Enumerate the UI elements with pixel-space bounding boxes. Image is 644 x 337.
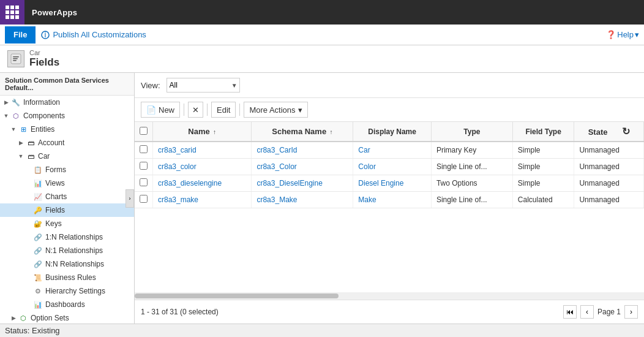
sidebar-item-label: Fields: [45, 206, 65, 214]
sidebar-item-label: Components: [23, 112, 65, 120]
edit-button[interactable]: Edit: [211, 102, 236, 118]
action-bar: 📄 New ✕ Edit More Actions ▾: [135, 98, 644, 122]
sidebar-item-charts[interactable]: ▶ 📈 Charts: [0, 190, 134, 203]
sidebar-scroll[interactable]: ▶ 🔧 Information ▼ ⬡ Components ▼ ⊞ Entit…: [0, 96, 134, 324]
main-content: Solution Common Data Services Default...…: [0, 73, 644, 324]
sidebar-item-label: Account: [38, 138, 64, 147]
col-name[interactable]: Name ↑: [153, 122, 252, 142]
cell-name[interactable]: cr8a3_carid: [153, 142, 252, 159]
row-checkbox[interactable]: [140, 195, 148, 203]
sidebar-item-label: Hierarchy Settings: [45, 287, 105, 295]
rel-1n-icon: 🔗: [33, 232, 43, 242]
sidebar-item-account[interactable]: ▶ 🗃 Account: [0, 136, 134, 150]
sidebar-item-rel-nn[interactable]: ▶ 🔗 N:N Relationships: [0, 257, 134, 271]
entities-icon: ⊞: [18, 124, 28, 134]
sidebar-item-label: Entities: [31, 125, 54, 134]
col-schema-name[interactable]: Schema Name ↑: [252, 122, 353, 142]
sidebar-item-label: Keys: [45, 219, 62, 228]
help-button[interactable]: ❓ Help ▾: [606, 30, 639, 39]
cell-schema-name[interactable]: cr8a3_Color: [252, 159, 353, 175]
delete-button[interactable]: ✕: [188, 102, 203, 118]
status-text: Status: Existing: [5, 326, 60, 335]
account-icon: 🗃: [26, 138, 36, 148]
sidebar-item-label: Forms: [45, 165, 66, 174]
page-title: Fields: [29, 56, 59, 69]
cell-state: Unmanaged: [574, 142, 644, 159]
view-select-wrap: All Custom Customizable Managed Unmanage…: [167, 78, 240, 93]
car-icon: 🗃: [26, 151, 36, 161]
publish-button[interactable]: i Publish All Customizations: [40, 30, 146, 40]
sidebar-item-business-rules[interactable]: ▶ 📜 Business Rules: [0, 271, 134, 284]
sidebar-item-forms[interactable]: ▶ 📋 Forms: [0, 163, 134, 176]
pagination-nav: ⏮ ‹ Page 1 ›: [563, 305, 638, 319]
cell-type: Primary Key: [431, 142, 512, 159]
row-checkbox[interactable]: [140, 178, 148, 186]
row-checkbox-cell[interactable]: [135, 192, 153, 208]
row-checkbox[interactable]: [140, 145, 148, 153]
col-type[interactable]: Type: [431, 122, 512, 142]
cell-schema-name[interactable]: cr8a3_CarId: [252, 142, 353, 159]
col-display-name[interactable]: Display Name: [353, 122, 432, 142]
sidebar-item-label: Option Sets: [31, 314, 69, 322]
sidebar-item-information[interactable]: ▶ 🔧 Information: [0, 96, 134, 109]
select-all-checkbox[interactable]: [140, 127, 148, 135]
new-button[interactable]: 📄 New: [141, 102, 180, 118]
select-all-header[interactable]: [135, 122, 153, 142]
ribbon-bar: File i Publish All Customizations ❓ Help…: [0, 25, 644, 45]
file-button[interactable]: File: [5, 26, 36, 44]
refresh-icon[interactable]: ↻: [622, 126, 630, 137]
sidebar-item-label: Information: [23, 98, 60, 107]
prev-page-button[interactable]: ‹: [580, 305, 594, 319]
row-checkbox-cell[interactable]: [135, 142, 153, 159]
sidebar-item-label: 1:N Relationships: [45, 233, 103, 241]
view-label: View:: [141, 81, 160, 90]
sidebar-item-rel-1n[interactable]: ▶ 🔗 1:N Relationships: [0, 230, 134, 244]
sidebar-item-dashboards[interactable]: ▶ 📊 Dashboards: [0, 298, 134, 311]
sidebar-more-button[interactable]: ›: [125, 189, 134, 208]
col-state[interactable]: State ↻: [574, 122, 644, 142]
cell-field-type: Simple: [512, 175, 574, 192]
sidebar-item-label: Car: [38, 152, 50, 161]
table-row: cr8a3_dieselengine cr8a3_DieselEngine Di…: [135, 175, 644, 192]
cell-schema-name[interactable]: cr8a3_Make: [252, 192, 353, 208]
next-page-button[interactable]: ›: [624, 305, 638, 319]
sidebar-item-option-sets[interactable]: ▶ ⬡ Option Sets: [0, 311, 134, 324]
sidebar-item-keys[interactable]: ▶ 🔐 Keys: [0, 217, 134, 230]
row-checkbox-cell[interactable]: [135, 159, 153, 175]
row-checkbox[interactable]: [140, 162, 148, 170]
sidebar-item-label: N:N Relationships: [45, 260, 104, 268]
cell-schema-name[interactable]: cr8a3_DieselEngine: [252, 175, 353, 192]
view-select[interactable]: All Custom Customizable Managed Unmanage…: [167, 78, 240, 93]
waffle-button[interactable]: [0, 0, 24, 25]
col-field-type[interactable]: Field Type: [512, 122, 574, 142]
sidebar-item-label: Dashboards: [45, 300, 85, 309]
scrollbar-thumb[interactable]: [135, 293, 339, 298]
horizontal-scrollbar[interactable]: [135, 292, 644, 300]
svg-text:i: i: [45, 30, 47, 39]
sidebar-item-entities[interactable]: ▼ ⊞ Entities: [0, 123, 134, 136]
sidebar-item-fields[interactable]: ▶ 🔑 Fields: [0, 203, 134, 217]
expand-arrow: ▼: [10, 126, 17, 133]
table-container[interactable]: Name ↑ Schema Name ↑ Display Name Type F…: [135, 122, 644, 292]
forms-icon: 📋: [33, 165, 43, 175]
cell-field-type: Calculated: [512, 192, 574, 208]
cell-name[interactable]: cr8a3_color: [153, 159, 252, 175]
more-actions-button[interactable]: More Actions ▾: [244, 102, 307, 118]
sidebar-item-rel-n1[interactable]: ▶ 🔗 N:1 Relationships: [0, 244, 134, 257]
sidebar-item-views[interactable]: ▶ 📊 Views: [0, 176, 134, 190]
table-row: cr8a3_carid cr8a3_CarId Car Primary Key …: [135, 142, 644, 159]
cell-name[interactable]: cr8a3_make: [153, 192, 252, 208]
more-arrow-icon: ▾: [298, 105, 302, 115]
app-title: PowerApps: [24, 7, 77, 18]
cell-name[interactable]: cr8a3_dieselengine: [153, 175, 252, 192]
sidebar-item-car[interactable]: ▼ 🗃 Car: [0, 150, 134, 163]
pagination-bar: 1 - 31 of 31 (0 selected) ⏮ ‹ Page 1 ›: [135, 300, 644, 324]
first-page-button[interactable]: ⏮: [563, 305, 577, 319]
entity-icon: [7, 50, 24, 67]
separator: [207, 104, 208, 116]
sidebar-item-hierarchy[interactable]: ▶ ⚙ Hierarchy Settings: [0, 284, 134, 298]
page-title-area: Car Fields: [29, 49, 59, 69]
fields-table: Name ↑ Schema Name ↑ Display Name Type F…: [135, 122, 644, 208]
sidebar-item-components[interactable]: ▼ ⬡ Components: [0, 109, 134, 123]
row-checkbox-cell[interactable]: [135, 175, 153, 192]
